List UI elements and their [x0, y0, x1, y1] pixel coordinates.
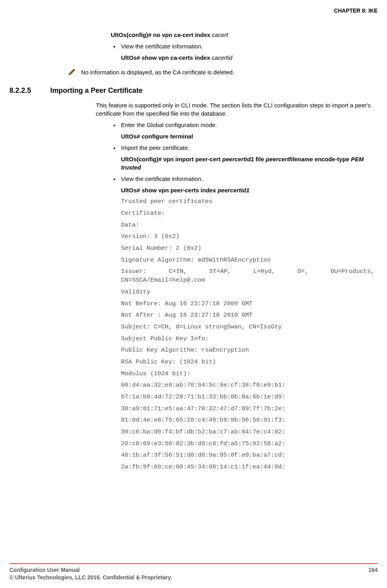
pencil-icon	[68, 68, 77, 77]
bullet-text: Enter the Global configuration mode.	[121, 122, 217, 128]
cmd-show-peer-certs: UltOs# show vpn peer-certs index peercer…	[121, 186, 374, 194]
section-number: 8.2.2.5	[9, 86, 50, 96]
output-line: RSA Public Key: (1024 bit)	[121, 358, 374, 367]
output-line: Issuer: C=IN, ST=AP, L=Hyd, O=, OU=Produ…	[121, 267, 374, 284]
chapter-header: CHAPTER 8: IKE	[9, 7, 378, 15]
cmd-text: file	[254, 156, 266, 162]
cmd-configure-terminal: UltOs# configure terminal	[121, 132, 374, 140]
list-item: View the certificate information. UltOs#…	[119, 175, 374, 472]
output-line: Certificate:	[121, 209, 374, 218]
output-line: Not After : Aug 16 23:27:18 2010 GMT	[121, 311, 374, 320]
footer-left: Configuration User Manual © Ulterius Tec…	[9, 566, 172, 582]
output-line: Version: 3 (0x2)	[121, 232, 374, 241]
bullet-text: Import the peer certificate.	[121, 144, 189, 151]
bullet-text: View the certificate information.	[121, 175, 203, 182]
output-line: 00:d4:aa:32:e8:ab:70:94:5c:8e:cf:38:f8:e…	[121, 381, 374, 390]
footer-copyright: © Ulterius Technologies, LLC 2016. Confi…	[9, 574, 172, 582]
list-item: Enter the Global configuration mode. Ult…	[119, 121, 374, 140]
footer-title: Configuration User Manual	[9, 566, 172, 574]
pre-section: UltOs(config)# no vpn ca-cert index cace…	[111, 31, 374, 62]
pre-bullet-list: View the certificate information. UltOs#…	[111, 42, 374, 62]
output-line: Trusted peer certificates	[121, 197, 374, 206]
list-item: Import the peer certificate. UltOs(confi…	[119, 144, 374, 171]
cmd-text: UltOs# show vpn peer-certs index	[121, 187, 218, 194]
note-row: No information is displayed, as the CA c…	[68, 68, 378, 77]
section-title: Importing a Peer Certificate	[50, 86, 143, 96]
cmd-import-peer-cert: UltOs(config)# vpn import peer-cert peer…	[121, 155, 374, 171]
output-line: Public Key Algorithm: rsaEncryption	[121, 346, 374, 355]
section-heading: 8.2.2.5 Importing a Peer Certificate	[9, 86, 378, 96]
output-line: b7:1a:b9:4d:72:28:71:b1:33:bb:0b:8a:6b:1…	[121, 393, 374, 402]
output-line: Signature Algorithm: md5WithRSAEncryptio…	[121, 256, 374, 265]
output-line: Validity	[121, 288, 374, 297]
output-line: 30:a9:81:71:e5:aa:47:78:32:47:d7:89:7f:7…	[121, 405, 374, 413]
cmd-arg: peercertfilename	[266, 156, 313, 162]
cmd-arg: peercertid1	[218, 187, 249, 194]
list-item: View the certificate information. UltOs#…	[119, 42, 374, 62]
output-line: Modulus (1024 bit):	[121, 370, 374, 378]
cmd-text: UltOs(config)# vpn import peer-cert	[121, 156, 222, 162]
cmd-text: encode-type	[313, 156, 351, 162]
output-line: Data:	[121, 221, 374, 230]
output-line: Subject Public Key Info:	[121, 335, 374, 343]
steps-list: Enter the Global configuration mode. Ult…	[111, 121, 374, 472]
output-line: Subject: C=CH, O=Linux strongSwan, CN=Is…	[121, 323, 374, 332]
page-number: 164	[369, 566, 378, 582]
output-line: 20:c8:69:e3:50:82:3b:d9:c8:fd:a5:75:92:5…	[121, 440, 374, 448]
cmd-arg: cacert	[212, 31, 228, 38]
steps-block: Enter the Global configuration mode. Ult…	[111, 121, 374, 472]
note-text: No information is displayed, as the CA c…	[81, 69, 234, 76]
cmd-arg: peercertid1	[222, 156, 254, 162]
output-line: 81:0d:4e:e8:75:65:28:c4:49:b9:9b:96:56:9…	[121, 416, 374, 425]
output-line: 30:c6:ba:d0:f4:bf:db:b2:ba:c7:ab:84:7e:c…	[121, 428, 374, 437]
cmd-text: UltOs(config)# no vpn ca-cert index	[111, 31, 212, 38]
output-line: Serial Number: 2 (0x2)	[121, 244, 374, 253]
page-footer: Configuration User Manual © Ulterius Tec…	[9, 563, 378, 582]
output-line: Not Before: Aug 16 23:27:18 2009 GMT	[121, 300, 374, 308]
cmd-no-vpn-ca-cert: UltOs(config)# no vpn ca-cert index cace…	[111, 31, 374, 39]
cmd-show-ca-certs: UltOs# show vpn ca-certs index cacertid	[121, 53, 374, 62]
bullet-text: View the certificate information.	[121, 43, 203, 50]
command-output: Trusted peer certificates Certificate: D…	[121, 197, 374, 472]
section-intro: This feature is supported only in CLI mo…	[96, 101, 374, 118]
output-line: 2a:fb:9f:69:ce:00:45:34:08:14:c1:1f:ea:4…	[121, 463, 374, 472]
cmd-arg: cacertid	[212, 54, 233, 61]
cmd-text: UltOs# show vpn ca-certs index	[121, 54, 212, 61]
output-line: 40:1b:af:3f:56:51:d8:d0:9a:95:8f:e0:ba:a…	[121, 451, 374, 460]
